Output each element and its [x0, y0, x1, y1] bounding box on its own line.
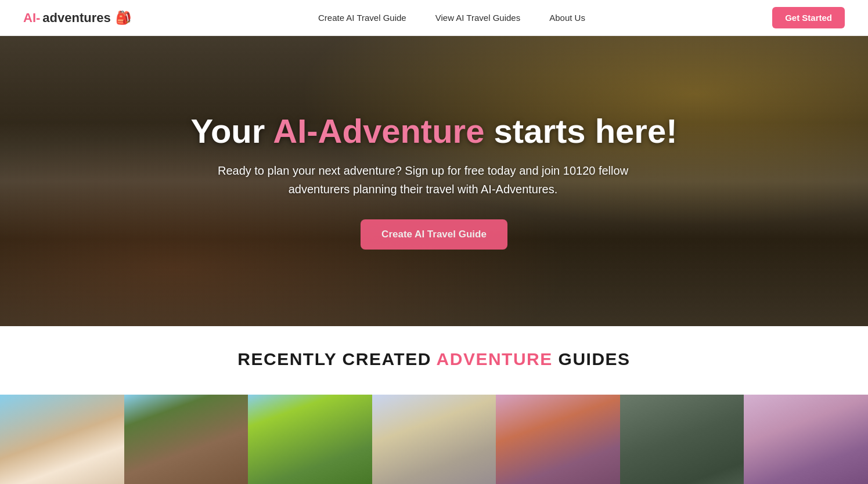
logo-icon: 🎒 — [116, 10, 131, 26]
card-5[interactable]: PARIS — [496, 395, 620, 484]
card-4[interactable] — [372, 395, 496, 484]
nav-create-guide[interactable]: Create AI Travel Guide — [318, 13, 406, 23]
navbar: AI-adventures 🎒 Create AI Travel Guide V… — [0, 0, 868, 36]
cards-row: MARGARET RIVER WA CESKY KRUMLOV PARIS MA… — [0, 395, 868, 484]
card-4-bg — [372, 395, 496, 484]
logo[interactable]: AI-adventures 🎒 — [23, 10, 131, 26]
section-title-suffix: GUIDES — [553, 349, 631, 369]
hero-title: Your AI-Adventure starts here! — [191, 113, 678, 150]
card-2[interactable]: CESKY KRUMLOV — [124, 395, 248, 484]
section-title-accent: ADVENTURE — [437, 349, 553, 369]
logo-rest-text: adventures — [42, 10, 110, 26]
hero-cta-button[interactable]: Create AI Travel Guide — [361, 219, 507, 250]
card-2-bg — [124, 395, 248, 484]
hero-subtitle: Ready to plan your next adventure? Sign … — [191, 161, 655, 198]
recently-section: RECENTLY CREATED ADVENTURE GUIDES — [0, 326, 868, 395]
hero-title-prefix: Your — [191, 112, 273, 150]
hero-title-accent: AI-Adventure — [273, 112, 484, 150]
nav-view-guides[interactable]: View AI Travel Guides — [435, 13, 520, 23]
card-5-bg — [496, 395, 620, 484]
card-6[interactable]: MANALI — [620, 395, 744, 484]
card-7[interactable]: PARIS — [744, 395, 868, 484]
card-6-bg — [620, 395, 744, 484]
section-title: RECENTLY CREATED ADVENTURE GUIDES — [0, 349, 868, 369]
logo-ai-text: AI- — [23, 10, 40, 26]
hero-title-suffix: starts here! — [484, 112, 677, 150]
get-started-button[interactable]: Get Started — [772, 7, 845, 28]
section-title-prefix: RECENTLY CREATED — [237, 349, 436, 369]
nav-links: Create AI Travel Guide View AI Travel Gu… — [318, 13, 585, 23]
card-7-bg — [744, 395, 868, 484]
card-1-bg — [0, 395, 124, 484]
card-3-bg — [248, 395, 372, 484]
hero-content: Your AI-Adventure starts here! Ready to … — [179, 113, 689, 250]
card-1[interactable]: MARGARET RIVER WA — [0, 395, 124, 484]
nav-about-us[interactable]: About Us — [549, 13, 585, 23]
hero-section: Your AI-Adventure starts here! Ready to … — [0, 36, 868, 326]
card-3[interactable] — [248, 395, 372, 484]
